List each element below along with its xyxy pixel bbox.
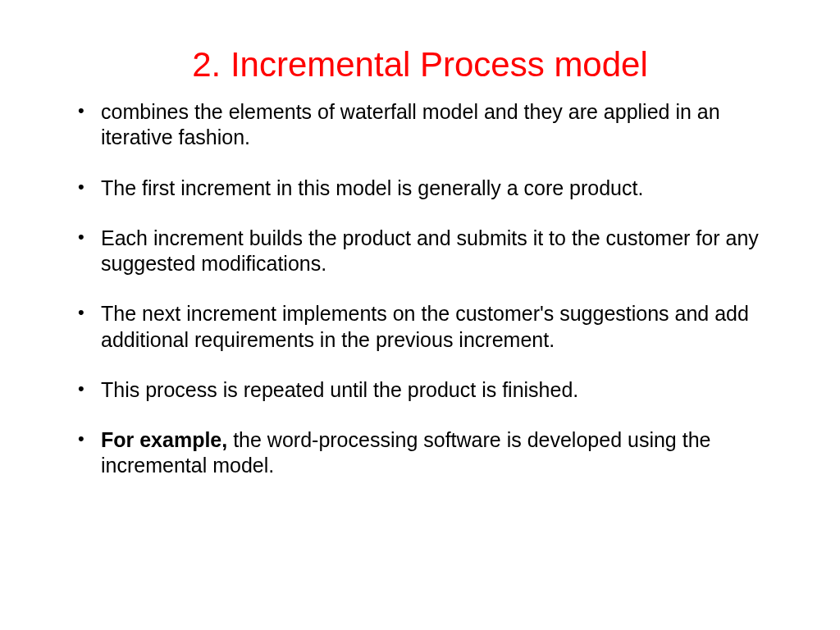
bullet-text: Each increment builds the product and su… <box>101 226 759 275</box>
bullet-item: This process is repeated until the produ… <box>78 377 783 403</box>
slide-title: 2. Incremental Process model <box>57 45 783 84</box>
bullet-item: For example, the word-processing softwar… <box>78 427 783 479</box>
bullet-text: The next increment implements on the cus… <box>101 302 749 350</box>
bullet-item: The first increment in this model is gen… <box>78 176 783 201</box>
bullet-text: The first increment in this model is gen… <box>101 176 643 199</box>
bullet-text: combines the elements of waterfall model… <box>101 100 720 148</box>
bullet-bold-prefix: For example, <box>101 428 233 451</box>
bullet-list: combines the elements of waterfall model… <box>57 99 783 479</box>
bullet-item: Each increment builds the product and su… <box>78 226 783 277</box>
bullet-text: This process is repeated until the produ… <box>101 378 578 401</box>
bullet-item: combines the elements of waterfall model… <box>78 99 783 151</box>
bullet-item: The next increment implements on the cus… <box>78 301 783 353</box>
